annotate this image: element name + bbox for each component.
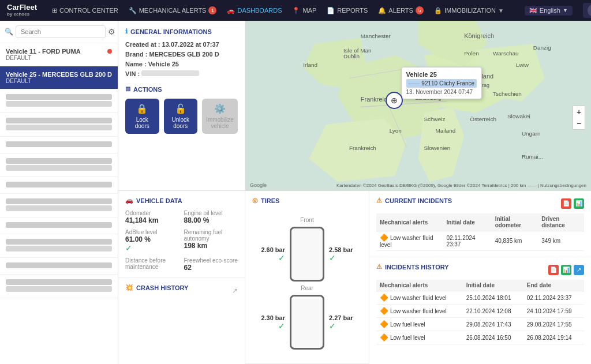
- nav-reports[interactable]: 📄 REPORTS: [327, 7, 368, 14]
- nav-map[interactable]: 📍 MAP: [292, 7, 316, 14]
- incident-odometer-cell: 40,835 km: [492, 231, 538, 251]
- sidebar-item-blurred[interactable]: [0, 217, 118, 234]
- history-warning-icon: ⚠: [376, 263, 382, 271]
- sidebar-item-blurred[interactable]: [0, 177, 118, 194]
- front-tires-row: 2.60 bar ✓ 2.58 bar ✓: [253, 227, 361, 282]
- nav-dashboards[interactable]: 🚗 DASHBOARDS: [227, 7, 282, 14]
- vehicle-map-marker: ⊕: [386, 92, 403, 109]
- bottom-row: 🚗 VEHICLE DATA Odometer 41,184 km Engine…: [118, 191, 591, 364]
- reports-icon: 📄: [327, 7, 335, 14]
- incidents-history-title: ⚠ INCIDENTS HISTORY: [376, 263, 449, 271]
- sidebar-item-vehicle11[interactable]: Vehicle 11 - FORD PUMA DEFAULT: [0, 43, 118, 66]
- filter-icon[interactable]: ⚙: [108, 27, 115, 36]
- fuel-autonomy-cell: Remaining fuel autonomy 198 km: [184, 229, 238, 253]
- table-row: 🔶Low fuel level 26.08.2024 16:50 26.08.2…: [376, 331, 584, 344]
- dist-maintenance-cell: Distance before maintenance: [125, 257, 179, 272]
- nav-alerts[interactable]: 🔔 ALERTS 5: [378, 6, 424, 14]
- right-column: ⚠ CURRENT INCIDENTS 📄 📊 Mechanical alert…: [369, 191, 591, 364]
- zoom-in-button[interactable]: +: [573, 106, 585, 118]
- app-logo: CarFleet by echoes: [7, 3, 37, 17]
- export-pdf-button[interactable]: 📄: [561, 198, 571, 209]
- front-right-check: ✓: [329, 253, 336, 262]
- control-center-icon: ⊞: [52, 7, 57, 14]
- lock-doors-button[interactable]: 🔒 Lock doors: [125, 99, 159, 134]
- vehicle-data-title: 🚗 VEHICLE DATA: [125, 197, 238, 204]
- current-incidents-section: ⚠ CURRENT INCIDENTS 📄 📊 Mechanical alert…: [369, 191, 591, 257]
- sidebar-item-blurred[interactable]: [0, 258, 118, 275]
- current-incidents-table: Mechanical alerts Initial date Initial o…: [376, 213, 584, 251]
- export-excel-button[interactable]: 📊: [574, 198, 584, 209]
- table-row: 🔶Low fuel level 29.08.2024 17:43 29.08.2…: [376, 318, 584, 331]
- incidents-history-actions: 📄 📊 ↗: [548, 265, 584, 275]
- zoom-out-button[interactable]: −: [573, 118, 585, 129]
- name-row: Name : Vehicle 25: [125, 61, 238, 67]
- hist-col-alerts: Mechanical alerts: [376, 280, 463, 291]
- top-row: ℹ GENERAL INFORMATIONS Created at : 13.0…: [118, 21, 591, 191]
- chevron-down-icon: ▼: [563, 7, 568, 13]
- hist-alert-cell: 🔶Low washer fluid level: [376, 305, 463, 318]
- sidebar-item-vehicle25[interactable]: Vehicle 25 - MERCEDES GLB 200 D DEFAULT: [0, 66, 118, 89]
- crash-history-section: 💥 CRASH HISTORY ↗: [118, 278, 245, 321]
- svg-text:Schweiz: Schweiz: [424, 116, 445, 122]
- col-initial-odometer: Initial odometer: [492, 213, 538, 231]
- svg-text:Irland: Irland: [303, 62, 317, 68]
- map-google-watermark: Google: [250, 182, 267, 188]
- content-area: ℹ GENERAL INFORMATIONS Created at : 13.0…: [118, 21, 591, 364]
- hist-col-initial-date: Initial date: [463, 280, 523, 291]
- search-input[interactable]: [16, 25, 106, 38]
- sidebar-item-blurred[interactable]: [0, 194, 118, 217]
- nav-control-center[interactable]: ⊞ CONTROL CENTER: [52, 7, 118, 14]
- incident-alert-cell: 🔶Low washer fluid level: [376, 231, 443, 251]
- sidebar-item-blurred[interactable]: [0, 153, 118, 177]
- mercedes-icon: ⊕: [391, 96, 398, 105]
- svg-text:Frankreich: Frankreich: [349, 145, 376, 151]
- history-share-button[interactable]: ↗: [574, 265, 584, 275]
- hist-alert-cell: 🔶Low fuel level: [376, 318, 463, 331]
- svg-text:Manchester: Manchester: [361, 33, 391, 39]
- svg-text:Tschechien: Tschechien: [493, 91, 522, 97]
- rear-left-block: 2.30 bar ✓: [253, 314, 285, 331]
- current-incidents-actions: 📄 📊: [561, 198, 584, 209]
- rear-right-block: 2.27 bar ✓: [329, 314, 361, 331]
- sidebar-item-blurred[interactable]: [0, 234, 118, 258]
- alert-indicator: [107, 49, 112, 54]
- sidebar-item-blurred[interactable]: [0, 275, 118, 298]
- tooltip-address-bar: —— 92110 Clichy France: [406, 79, 477, 88]
- hist-end-date-cell: 24.10.2024 17:59: [523, 305, 584, 318]
- immobilize-button[interactable]: ⚙️ Immobilize vehicle: [202, 99, 238, 134]
- svg-text:Lwiw: Lwiw: [516, 62, 529, 68]
- sidebar-item-blurred[interactable]: [0, 89, 118, 113]
- svg-text:Mailand: Mailand: [435, 127, 455, 134]
- bell-icon: 🔔: [378, 7, 386, 14]
- language-selector[interactable]: 🇬🇧 English ▼: [525, 6, 573, 16]
- sidebar-item-blurred[interactable]: [0, 113, 118, 137]
- hist-col-end-date: End date: [523, 280, 584, 291]
- hist-initial-date-cell: 29.08.2024 17:43: [463, 318, 523, 331]
- unlock-doors-button[interactable]: 🔓 Unlock doors: [164, 99, 198, 134]
- history-export-pdf-button[interactable]: 📄: [548, 265, 559, 275]
- svg-text:Ungarn: Ungarn: [522, 130, 541, 137]
- nav-mechanical-alerts[interactable]: 🔧 MECHANICAL ALERTS 1: [129, 6, 217, 14]
- immobilize-icon: ⚙️: [214, 103, 226, 114]
- chevron-down-icon: ▼: [498, 7, 504, 14]
- sidebar-item-blurred[interactable]: [0, 137, 118, 153]
- col-initial-date: Initial date: [443, 213, 491, 231]
- user-menu[interactable]: 👤 ▼: [583, 3, 591, 18]
- rear-right-check: ✓: [329, 321, 336, 331]
- share-icon[interactable]: ↗: [232, 287, 238, 295]
- crash-icon: 💥: [125, 284, 133, 291]
- vin-row: VIN :: [125, 70, 238, 77]
- map-vehicle-tooltip: Vehicle 25 —— 92110 Clichy France 13. No…: [401, 67, 482, 99]
- wrench-icon: 🔧: [129, 7, 137, 14]
- svg-text:Dublin: Dublin: [343, 53, 360, 59]
- main-layout: 🔍 ⚙ Vehicle 11 - FORD PUMA DEFAULT Vehic…: [0, 21, 591, 364]
- hist-initial-date-cell: 26.08.2024 16:50: [463, 331, 523, 344]
- map-icon: 📍: [292, 7, 300, 14]
- map-area[interactable]: Frankreich Deutschland Irland Isle of Ma…: [245, 21, 591, 190]
- sidebar: 🔍 ⚙ Vehicle 11 - FORD PUMA DEFAULT Vehic…: [0, 21, 118, 364]
- nav-immobilization[interactable]: 🔒 IMMOBILIZATION ▼: [434, 7, 504, 14]
- svg-text:Königreich: Königreich: [464, 32, 494, 39]
- history-export-excel-button[interactable]: 📊: [561, 265, 571, 275]
- brand-row: Brand : MERCEDES GLB 200 D: [125, 51, 238, 58]
- created-at: Created at : 13.07.2022 at 07:37: [125, 41, 238, 48]
